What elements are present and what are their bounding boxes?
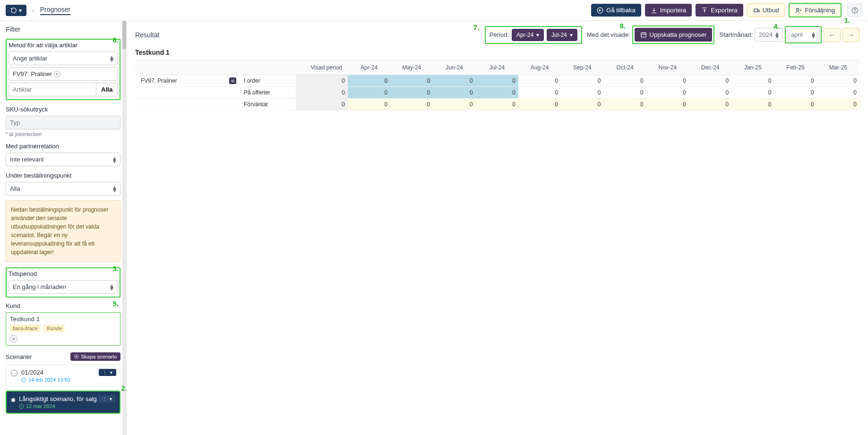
radio-selected-icon bbox=[11, 398, 15, 402]
grid-cell: 0 bbox=[604, 87, 646, 99]
chevron-down-icon: ▾ bbox=[536, 32, 539, 38]
updown-icon: ▴▾ bbox=[110, 55, 113, 62]
grid-cell[interactable]: 0 bbox=[390, 99, 433, 111]
help-button[interactable] bbox=[847, 3, 862, 17]
grid-cell: 0 bbox=[689, 87, 731, 99]
period-to-label: Jul-24 bbox=[551, 32, 567, 38]
month-select[interactable]: april ▴▾ bbox=[787, 28, 820, 42]
grid-cell: 0 bbox=[646, 87, 689, 99]
grid-cell[interactable]: 0 bbox=[518, 99, 561, 111]
next-month-button[interactable]: → bbox=[842, 28, 859, 42]
export-button[interactable]: Exportera bbox=[696, 4, 743, 17]
grid-header-month: Aug-24 bbox=[518, 60, 561, 75]
prev-month-button[interactable]: ← bbox=[824, 28, 841, 42]
grid-cell: 0 bbox=[518, 75, 561, 87]
estimate-forecast-button[interactable]: Uppskatta prognoser bbox=[635, 28, 713, 42]
med-label: Med det visade: bbox=[587, 31, 630, 38]
sidebar-scrollbar-thumb[interactable] bbox=[122, 21, 126, 49]
grid-cell[interactable]: 0 bbox=[348, 99, 390, 111]
grid-cell[interactable]: 0 bbox=[774, 99, 817, 111]
scenarios-label: Scenarier bbox=[6, 353, 32, 360]
go-back-button[interactable]: Gå tillbaka bbox=[591, 4, 641, 17]
grid-cell[interactable]: 0 bbox=[476, 99, 518, 111]
breadcrumb-separator: › bbox=[32, 7, 34, 14]
sku-label: SKU-sökuttryck bbox=[6, 106, 120, 113]
grid-header-month: Jun-24 bbox=[433, 60, 476, 75]
main-content: Resultat 7. Period: Apr-24 ▾ Jul-2 bbox=[127, 21, 868, 435]
selected-article-tag: FV97: Praliner ✕ bbox=[9, 67, 118, 81]
timeperiod-select[interactable]: En gång i månaden ▴▾ bbox=[9, 280, 118, 294]
month-highlight: april ▴▾ bbox=[785, 26, 822, 43]
callout-3: 3. bbox=[112, 264, 119, 273]
grid-header-month: Mar-25 bbox=[817, 60, 859, 75]
below-value: Alla bbox=[10, 185, 20, 192]
grid-cell[interactable]: 0 bbox=[817, 99, 859, 111]
grid-cell: 0 bbox=[433, 75, 476, 87]
grid-cell[interactable]: 0 bbox=[561, 99, 603, 111]
sku-hint: * är jokertecken bbox=[6, 131, 120, 137]
artiklar-input[interactable] bbox=[9, 83, 96, 96]
grid-cell[interactable]: 0 bbox=[433, 99, 476, 111]
partner-select[interactable]: Inte relevant ▴▾ bbox=[6, 153, 120, 166]
warning-note: Nedan beställningspunkt för prognoser an… bbox=[6, 200, 120, 262]
kund-label: Kund bbox=[6, 302, 120, 309]
radio-unselected-icon[interactable] bbox=[11, 370, 17, 376]
period-from-button[interactable]: Apr-24 ▾ bbox=[512, 29, 544, 41]
callout-2: 2. bbox=[121, 384, 127, 392]
remove-article-icon[interactable]: ✕ bbox=[54, 71, 60, 77]
grid-cell[interactable]: 0 bbox=[731, 99, 774, 111]
scenario-item-2-selected[interactable]: Långsiktigt scenario, för salg 12 mar 20… bbox=[6, 391, 120, 414]
kund-tag-2: Kunde bbox=[44, 324, 65, 332]
grid-header-month: Sep-24 bbox=[561, 60, 603, 75]
grid-row-label: I order bbox=[239, 75, 296, 87]
grid-article-cell bbox=[135, 87, 239, 99]
scenario-2-menu[interactable]: ⋮ ▾ bbox=[98, 395, 116, 402]
timeperiod-label: Tidsperiod bbox=[9, 270, 118, 277]
scenario-1-menu[interactable]: ⋮ ▾ bbox=[99, 369, 116, 376]
grid-cell[interactable]: 0 bbox=[689, 99, 731, 111]
filter-sidebar: Filter 6. Metod för att välja artiklar A… bbox=[0, 21, 127, 435]
supply-button[interactable]: Utbud bbox=[747, 3, 785, 17]
svg-rect-2 bbox=[754, 9, 757, 12]
chevron-down-icon: ▾ bbox=[19, 7, 22, 14]
callout-1: 1. bbox=[844, 16, 850, 24]
svg-point-5 bbox=[855, 12, 855, 12]
sku-input[interactable] bbox=[6, 116, 120, 129]
period-to-button[interactable]: Jul-24 ▾ bbox=[547, 29, 577, 41]
scenario-item-1[interactable]: 01/2024 14 feb 2024 13:50 ⋮ ▾ bbox=[6, 365, 120, 387]
period-label: Period: bbox=[490, 31, 509, 38]
go-back-label: Gå tillbaka bbox=[606, 7, 635, 14]
sales-button[interactable]: Försäljning bbox=[789, 3, 842, 17]
below-select[interactable]: Alla ▴▾ bbox=[6, 182, 120, 196]
kund-select-box[interactable]: Testkund 1 bara-itrace Kunde ✕ bbox=[6, 312, 120, 346]
history-back-button[interactable]: ▾ bbox=[6, 5, 26, 16]
alla-button[interactable]: Alla bbox=[96, 83, 118, 96]
import-button[interactable]: Importera bbox=[645, 4, 692, 17]
kund-remove-icon[interactable]: ✕ bbox=[10, 335, 17, 342]
grid-header-blank bbox=[239, 60, 296, 75]
updown-icon: ▴▾ bbox=[110, 284, 113, 290]
grid-cell[interactable]: 0 bbox=[646, 99, 689, 111]
grid-cell: 0 bbox=[561, 87, 603, 99]
method-select[interactable]: Ange artiklar ▴▾ bbox=[9, 51, 118, 65]
estimate-label: Uppskatta prognoser bbox=[650, 31, 707, 38]
grid-header-article bbox=[135, 60, 239, 75]
callout-5: 5. bbox=[112, 299, 119, 307]
partner-label: Med partnerrelation bbox=[6, 143, 120, 150]
updown-icon: ▴▾ bbox=[113, 156, 116, 163]
startmonth-label: Startmånad: bbox=[719, 31, 753, 38]
sales-label: Försäljning bbox=[805, 7, 835, 14]
callout-7: 7. bbox=[473, 23, 480, 31]
supply-label: Utbud bbox=[763, 7, 779, 14]
create-scenario-button[interactable]: Skapa scenario bbox=[70, 352, 120, 361]
grid-cell: 0 bbox=[604, 75, 646, 87]
callout-4: 4. bbox=[773, 22, 780, 30]
year-value: 2024 bbox=[759, 31, 773, 38]
grid-cell[interactable]: 0 bbox=[604, 99, 646, 111]
sidebar-scrollbar[interactable] bbox=[122, 21, 126, 435]
create-scenario-label: Skapa scenario bbox=[81, 354, 117, 359]
grid-cell-visad: 0 bbox=[296, 75, 348, 87]
below-label: Under beställningspunkt bbox=[6, 172, 120, 179]
updown-icon: ▴▾ bbox=[775, 32, 779, 38]
import-label: Importera bbox=[660, 7, 687, 14]
